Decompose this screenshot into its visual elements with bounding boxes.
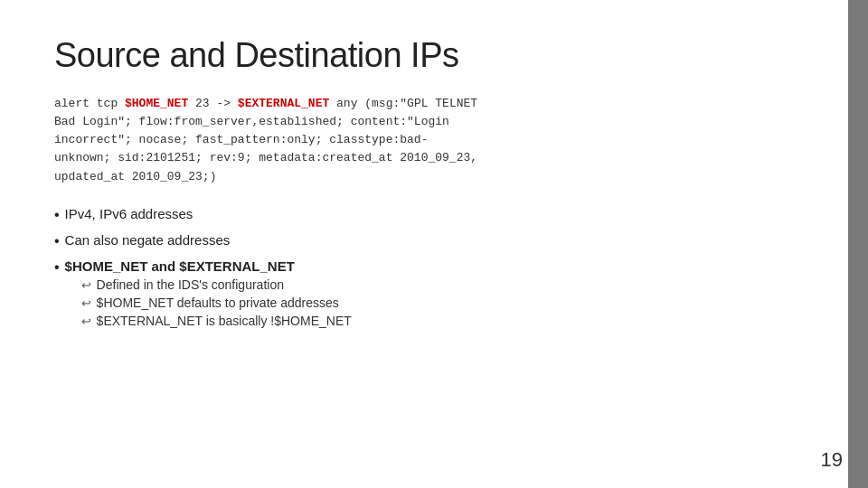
sub-item-2: $HOME_NET defaults to private addresses <box>81 296 352 310</box>
right-bar <box>848 0 868 488</box>
bullet-item-2-text: Can also negate addresses <box>65 232 231 248</box>
bullet-item-3-text: $HOME_NET and $EXTERNAL_NET <box>65 258 295 274</box>
sub-item-1: Defined in the IDS's configuration <box>81 277 352 292</box>
code-home-net: $HOME_NET <box>125 97 188 110</box>
slide-container: Source and Destination IPs alert tcp $HO… <box>0 0 868 488</box>
code-line2: Bad Login"; flow:from_server,established… <box>54 115 449 128</box>
code-line5: updated_at 2010_09_23;) <box>54 170 216 183</box>
code-line1-mid: 23 -> <box>188 97 238 110</box>
bullet-item-1-text: IPv4, IPv6 addresses <box>65 206 193 221</box>
sub-item-3: $EXTERNAL_NET is basically !$HOME_NET <box>81 314 352 328</box>
code-line4: unknown; sid:2101251; rev:9; metadata:cr… <box>54 151 477 164</box>
sub-item-1-text: Defined in the IDS's configuration <box>97 277 284 292</box>
code-line3: incorrect"; nocase; fast_pattern:only; c… <box>54 133 428 146</box>
bullet-list: IPv4, IPv6 addresses Can also negate add… <box>54 206 814 332</box>
code-external-net: $EXTERNAL_NET <box>238 97 329 110</box>
bullet-item-3: $HOME_NET and $EXTERNAL_NET Defined in t… <box>54 258 814 332</box>
sub-list: Defined in the IDS's configuration $HOME… <box>81 277 352 328</box>
code-block: alert tcp $HOME_NET 23 -> $EXTERNAL_NET … <box>54 95 814 186</box>
sub-item-2-text: $HOME_NET defaults to private addresses <box>97 296 339 310</box>
page-number: 19 <box>821 448 843 472</box>
code-line1-post: any (msg:"GPL TELNET <box>329 97 477 110</box>
bullet-item-2: Can also negate addresses <box>54 232 814 249</box>
code-line1-pre: alert tcp <box>54 97 125 110</box>
slide-title: Source and Destination IPs <box>54 36 814 75</box>
bullet-item-1: IPv4, IPv6 addresses <box>54 206 814 223</box>
sub-item-3-text: $EXTERNAL_NET is basically !$HOME_NET <box>97 314 352 328</box>
